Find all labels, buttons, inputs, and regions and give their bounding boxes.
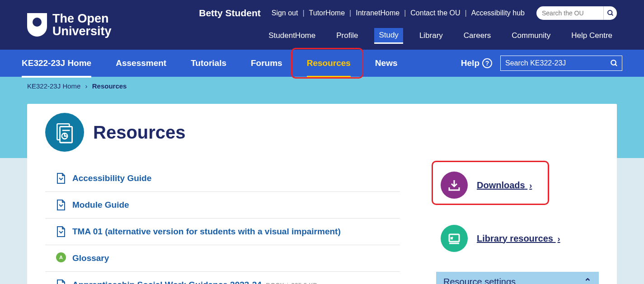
nav-profile[interactable]: Profile [332, 28, 362, 43]
page-title: Resources [93, 122, 186, 143]
breadcrumb: KE322-23J Home › Resources [0, 77, 644, 95]
chevron-right-icon: › [558, 234, 560, 243]
svg-line-3 [615, 64, 617, 66]
resource-link[interactable]: Glossary [72, 253, 109, 263]
intranethome-link[interactable]: IntranetHome [356, 9, 400, 17]
search-icon [610, 59, 618, 67]
content: Resources Accessibility Guide Module Gui… [27, 104, 617, 284]
accessibility-hub-link[interactable]: Accessibility hub [471, 9, 525, 17]
logo-shield-icon [27, 13, 47, 37]
list-item: TMA 01 (alternative version for students… [45, 219, 400, 245]
module-nav-assessment[interactable]: Assessment [116, 51, 166, 76]
module-nav: KE322-23J Home Assessment Tutorials Foru… [0, 50, 644, 77]
help-icon: ? [482, 58, 492, 68]
search-ou-button[interactable] [603, 6, 617, 20]
word-doc-icon: W [56, 279, 66, 284]
library-link-row: Library resources › [436, 219, 599, 258]
glossary-icon: A [56, 252, 66, 264]
nav-study[interactable]: Study [374, 28, 403, 44]
document-icon [56, 199, 66, 211]
logo[interactable]: The Open University [27, 12, 112, 38]
resource-list-column: Accessibility Guide Module Guide TMA 01 … [45, 165, 400, 284]
nav-studenthome[interactable]: StudentHome [264, 28, 320, 43]
search-icon [607, 9, 614, 17]
list-item: Module Guide [45, 192, 400, 219]
tutorhome-link[interactable]: TutorHome [309, 9, 345, 17]
file-meta: DOCX|205.9 KB [266, 282, 317, 284]
help-link[interactable]: Help ? [461, 58, 492, 68]
nav-community[interactable]: Community [507, 28, 555, 43]
module-nav-news[interactable]: News [375, 51, 398, 76]
svg-line-1 [611, 14, 613, 15]
downloads-link[interactable]: Downloads › [477, 180, 532, 191]
list-item: Accessibility Guide [45, 165, 400, 192]
resource-settings-label: Resource settings [443, 277, 516, 284]
resource-list: Accessibility Guide Module Guide TMA 01 … [45, 165, 400, 284]
library-icon [441, 225, 468, 252]
downloads-link-row: Downloads › [436, 165, 599, 205]
resource-link[interactable]: Apprenticeship Social Work Guidance 2023… [72, 280, 317, 284]
search-ou [536, 6, 617, 20]
resource-link[interactable]: Module Guide [72, 200, 129, 210]
svg-text:A: A [59, 255, 63, 260]
main-nav: StudentHome Profile Study Library Career… [264, 28, 617, 44]
resource-settings-panel[interactable]: Resource settings ⌃ [436, 272, 599, 284]
user-name: Betty Student [199, 8, 261, 19]
contact-ou-link[interactable]: Contact the OU [410, 9, 460, 17]
chevron-right-icon: › [85, 82, 88, 90]
module-search [500, 56, 622, 71]
sign-out-link[interactable]: Sign out [272, 9, 298, 17]
module-nav-tutorials[interactable]: Tutorials [191, 51, 226, 76]
module-nav-forums[interactable]: Forums [251, 51, 282, 76]
svg-point-0 [608, 10, 612, 14]
search-ou-input[interactable] [536, 6, 603, 20]
page-header: Resources [45, 113, 599, 152]
list-item: A Glossary [45, 245, 400, 272]
breadcrumb-home[interactable]: KE322-23J Home [27, 82, 80, 90]
resource-link[interactable]: Accessibility Guide [72, 173, 151, 183]
module-search-button[interactable] [606, 56, 622, 71]
download-icon [441, 172, 468, 199]
nav-library[interactable]: Library [415, 28, 447, 43]
help-label: Help [461, 58, 479, 68]
module-nav-home[interactable]: KE322-23J Home [22, 51, 91, 76]
list-item: W Apprenticeship Social Work Guidance 20… [45, 272, 400, 284]
chevron-up-icon: ⌃ [584, 276, 592, 284]
module-nav-resources[interactable]: Resources [307, 51, 351, 76]
nav-help-centre[interactable]: Help Centre [567, 28, 617, 43]
top-header: The Open University Betty Student Sign o… [0, 0, 644, 50]
svg-point-2 [611, 60, 616, 65]
resource-label: Apprenticeship Social Work Guidance 2023… [72, 280, 262, 284]
document-icon [56, 172, 66, 184]
library-resources-link[interactable]: Library resources › [477, 233, 560, 244]
nav-careers[interactable]: Careers [459, 28, 495, 43]
top-links: Betty Student Sign out| TutorHome| Intra… [199, 6, 617, 20]
breadcrumb-current: Resources [92, 82, 127, 90]
module-search-input[interactable] [501, 59, 606, 67]
chevron-right-icon: › [529, 181, 532, 190]
document-icon [56, 226, 66, 237]
side-column: Downloads › Library resources › Resource… [436, 165, 599, 284]
resource-link[interactable]: TMA 01 (alternative version for students… [72, 227, 341, 237]
logo-text: The Open University [52, 12, 112, 38]
resources-page-icon [45, 113, 84, 152]
